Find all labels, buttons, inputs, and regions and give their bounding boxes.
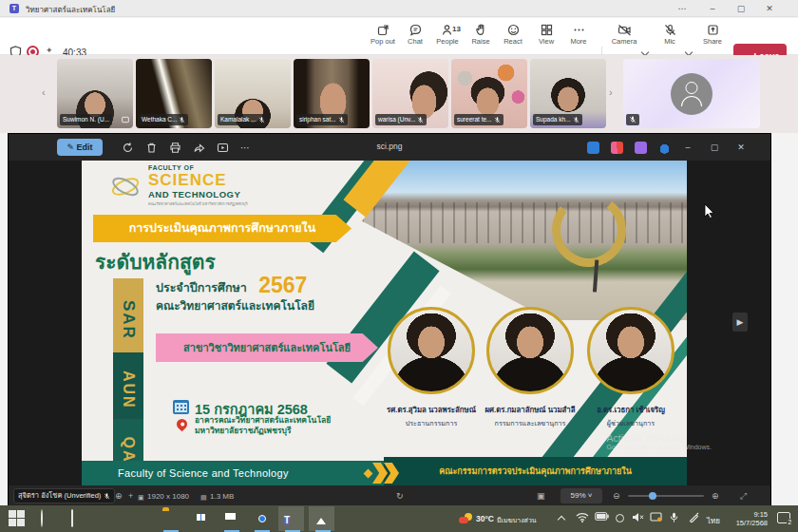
participant-tile[interactable]: Kamalalak ... <box>215 59 291 128</box>
weather-description[interactable]: มีเมฆบางส่วน <box>497 515 537 525</box>
popout-icon <box>377 24 390 36</box>
filmstrip-prev-icon[interactable]: ‹ <box>42 87 51 97</box>
zoom-reset-icon[interactable]: ⊕ <box>115 490 123 502</box>
people-button[interactable]: 13 People <box>431 22 464 52</box>
more-icon[interactable]: ⋯ <box>240 142 253 154</box>
quiet-hours-icon[interactable] <box>616 514 624 522</box>
gallery-app-icon[interactable] <box>635 142 647 154</box>
share-icon <box>707 24 719 36</box>
participant-tile[interactable]: sureerat te... <box>451 59 527 128</box>
designer-app-icon[interactable] <box>587 142 599 154</box>
zoom-level-select[interactable]: 59% ˅ <box>560 488 602 504</box>
close-button[interactable]: ✕ <box>757 0 782 17</box>
edit-button[interactable]: ✎ Edit <box>57 139 103 156</box>
assessment-banner: การประเมินคุณภาพการศึกษาภายใน <box>93 215 352 242</box>
speaker-icon[interactable] <box>632 512 644 522</box>
image-dimensions: 1920 x 1080 <box>147 492 189 501</box>
zoom-out-icon[interactable]: ⊖ <box>613 490 620 502</box>
slideshow-icon[interactable] <box>217 142 229 154</box>
photos-close-button[interactable]: ✕ <box>729 134 753 161</box>
language-indicator[interactable]: ไทย <box>707 515 720 527</box>
participant-tile[interactable]: Wethaka C... <box>136 59 212 128</box>
participant-name: siriphan sat... <box>299 114 336 125</box>
edge-app-icon[interactable] <box>131 510 148 527</box>
mic-off-icon <box>664 24 676 36</box>
footer-thai: คณะกรรมการตรวจประเมินคุณภาพการศึกษาภายใน <box>384 457 687 485</box>
academic-year: ประจำปีการศึกษา 2567 <box>156 273 307 298</box>
zoom-slider-thumb[interactable] <box>649 492 656 500</box>
battery-icon[interactable] <box>595 512 609 521</box>
participant-tile[interactable]: Suwimon N. (U... <box>57 59 133 128</box>
raise-hand-button[interactable]: Raise <box>465 22 497 52</box>
clock[interactable]: 9:15 15/7/2568 <box>726 510 768 527</box>
print-icon[interactable] <box>169 142 181 154</box>
tray-date: 15/7/2568 <box>726 519 768 527</box>
aun-label: AUN <box>113 352 143 419</box>
venue-text: อาคารคณะวิทยาศาสตร์และเทคโนโลยี มหาวิทยา… <box>195 415 331 436</box>
tray-mic-icon[interactable] <box>670 512 678 523</box>
dimensions-icon: ▣ <box>138 492 144 504</box>
windows-ink-icon[interactable] <box>689 512 699 522</box>
notification-center-icon[interactable]: 2 <box>777 512 790 523</box>
zoom-in-icon[interactable]: ⊕ <box>712 490 719 502</box>
next-photo-button[interactable]: ▶ <box>732 313 748 332</box>
add-icon[interactable]: + <box>128 490 133 502</box>
file-size: 1.3 MB <box>210 492 234 501</box>
view-grid-icon <box>541 24 553 36</box>
mouse-cursor <box>704 203 715 218</box>
weather-temp[interactable]: 30°C <box>476 514 494 523</box>
chrome-app-icon[interactable] <box>253 510 270 527</box>
maximize-button[interactable]: ▢ <box>729 0 753 17</box>
wifi-icon[interactable] <box>576 512 589 522</box>
sync-icon[interactable]: ↻ <box>396 490 404 502</box>
filmstrip-next-icon[interactable]: › <box>609 87 618 97</box>
mic-off-icon <box>179 117 185 124</box>
poster-image: FACULTY OF SCIENCE AND TECHNOLOGY คณะวิท… <box>82 161 687 485</box>
participant-tile[interactable]: warisa (Unv... <box>372 59 448 128</box>
camera-off-icon <box>618 24 632 36</box>
year-value: 2567 <box>258 273 307 298</box>
atom-icon <box>108 170 142 204</box>
teams-app-icon[interactable]: T <box>283 510 300 527</box>
rotate-icon[interactable] <box>122 142 134 154</box>
participant-tile[interactable]: siriphan sat... <box>294 59 370 128</box>
mic-off-icon <box>573 117 580 124</box>
tray-expand-icon[interactable] <box>558 516 565 523</box>
start-button[interactable] <box>9 510 26 527</box>
mic-button[interactable]: Mic <box>654 22 686 52</box>
onedrive-cloud-icon[interactable] <box>658 142 671 154</box>
fit-screen-icon[interactable]: ▣ <box>537 490 545 502</box>
active-speaker-tile[interactable] <box>623 59 760 128</box>
store-app-icon[interactable] <box>192 510 209 527</box>
mic-off-icon <box>104 493 110 500</box>
view-button[interactable]: View <box>530 22 562 52</box>
task-view-button[interactable] <box>69 510 86 527</box>
clipchamp-app-icon[interactable] <box>611 142 623 154</box>
search-button[interactable] <box>39 510 56 527</box>
photos-maximize-button[interactable]: ▢ <box>702 134 727 161</box>
titlebar-more-button[interactable]: ⋯ <box>670 0 694 17</box>
weather-icon[interactable] <box>459 513 472 524</box>
file-explorer-app-icon[interactable] <box>162 510 179 527</box>
sparkle-icon[interactable]: ✦ <box>46 46 53 55</box>
outlook-app-icon[interactable] <box>222 510 239 527</box>
committee-member: ผศ.ดร.กมลาลักษณ์ นวมสำลี กรรมการและเลขาน… <box>478 404 582 428</box>
minimize-button[interactable]: – <box>700 0 725 17</box>
more-button[interactable]: More <box>562 22 595 52</box>
share-button[interactable]: Share <box>696 22 729 52</box>
share-icon[interactable] <box>193 142 205 154</box>
fullscreen-icon[interactable]: ⤢ <box>740 490 747 502</box>
delete-icon[interactable] <box>145 142 158 154</box>
photos-minimize-button[interactable]: – <box>675 134 700 161</box>
photos-app-icon[interactable] <box>314 510 331 527</box>
camera-button[interactable]: Camera <box>608 22 640 52</box>
zoom-slider[interactable] <box>628 495 704 497</box>
popout-button[interactable]: Pop out <box>367 22 399 52</box>
footer-english: Faculty of Science and Technology <box>82 461 384 485</box>
photos-legacy-app-icon[interactable] <box>101 510 118 527</box>
photos-app-window: ✎ Edit ⋯ sci.png – ▢ ✕ <box>8 133 771 505</box>
display-cast-icon[interactable] <box>650 512 662 522</box>
participant-tile[interactable]: Supada kh... <box>530 59 606 128</box>
chat-button[interactable]: Chat <box>399 22 431 52</box>
react-button[interactable]: React <box>497 22 529 52</box>
